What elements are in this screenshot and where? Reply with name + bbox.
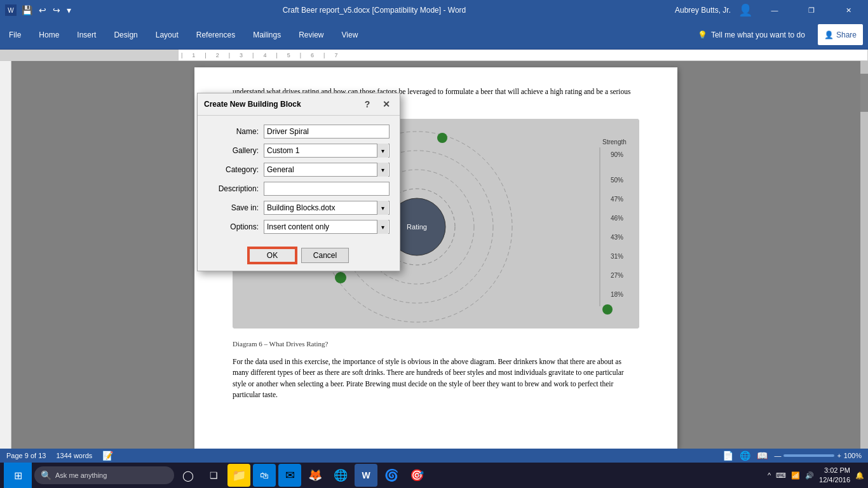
tab-references[interactable]: References — [187, 20, 244, 49]
save-in-select-wrap: Building Blocks.dotx Normal.dotm ▾ — [264, 201, 390, 215]
titlebar-right: Aubrey Butts, Jr. 👤 — ❐ ✕ — [675, 0, 863, 20]
name-row: Name: — [208, 125, 390, 139]
user-name: Aubrey Butts, Jr. — [675, 6, 731, 15]
options-select-wrap: Insert content only Insert content in it… — [264, 220, 390, 234]
dialog-titlebar: Create New Building Block ? ✕ — [198, 93, 400, 116]
page-info: Page 9 of 13 — [6, 452, 46, 459]
gallery-select[interactable]: Custom 1 Custom 2 Quick Parts AutoText — [264, 144, 390, 158]
redo-btn[interactable]: ↪ — [50, 4, 63, 17]
statusbar-right: 📄 🌐 📖 — + 100% — [722, 451, 862, 461]
gallery-select-wrap: Custom 1 Custom 2 Quick Parts AutoText ▾ — [264, 144, 390, 158]
options-label: Options: — [208, 222, 259, 231]
category-label: Category: — [208, 165, 259, 174]
quick-access-buttons: 💾 ↩ ↪ ▾ — [19, 4, 74, 17]
tab-mailings[interactable]: Mailings — [244, 20, 290, 49]
tab-layout[interactable]: Layout — [147, 20, 187, 49]
mail-icon[interactable]: ✉ — [278, 464, 301, 487]
category-select[interactable]: General Built-In — [264, 163, 390, 177]
wifi-icon[interactable]: 📶 — [791, 471, 800, 480]
gallery-label: Gallery: — [208, 146, 259, 155]
word-icon: W — [5, 4, 17, 16]
minimize-btn[interactable]: — — [760, 0, 789, 20]
taskbar: ⊞ 🔍 Ask me anything ◯ ❑ 📁 🛍 ✉ 🦊 🌐 W 🌀 🎯 … — [0, 463, 868, 488]
save-in-label: Save in: — [208, 203, 259, 212]
share-button[interactable]: 👤 Share — [818, 24, 863, 45]
search-placeholder: Ask me anything — [55, 471, 107, 479]
name-label: Name: — [208, 127, 259, 136]
options-select[interactable]: Insert content only Insert content in it… — [264, 220, 390, 234]
start-button[interactable]: ⊞ — [4, 463, 32, 488]
tab-insert[interactable]: Insert — [68, 20, 105, 49]
browser-chrome-icon[interactable]: 🌐 — [329, 464, 352, 487]
cancel-button[interactable]: Cancel — [301, 248, 349, 263]
description-label: Description: — [208, 184, 259, 193]
quick-access-toolbar: W 💾 ↩ ↪ ▾ — [5, 4, 74, 17]
title-bar: W 💾 ↩ ↪ ▾ Craft Beer report_v5.docx [Com… — [0, 0, 868, 20]
tab-design[interactable]: Design — [105, 20, 146, 49]
language-icon: 📝 — [102, 451, 113, 461]
tab-file[interactable]: File — [0, 20, 30, 49]
windows-icon: ⊞ — [14, 470, 22, 482]
tell-me-input[interactable]: 💡 Tell me what you want to do — [690, 20, 813, 49]
tab-view[interactable]: View — [333, 20, 367, 49]
zoom-control: — + 100% — [774, 452, 862, 459]
dialog-overlay: Create New Building Block ? ✕ Name: Gall… — [0, 61, 868, 449]
window-title: Craft Beer report_v5.docx [Compatibility… — [74, 6, 675, 15]
clock-date: 12/4/2016 — [819, 475, 850, 485]
name-input[interactable] — [264, 125, 390, 139]
description-row: Description: — [208, 182, 390, 196]
system-tray-chevron[interactable]: ^ — [768, 471, 771, 479]
share-icon: 👤 — [824, 30, 834, 39]
search-icon: 🔍 — [41, 470, 51, 480]
tab-review[interactable]: Review — [290, 20, 332, 49]
save-quick-btn[interactable]: 💾 — [19, 4, 35, 17]
user-avatar-icon: 👤 — [738, 3, 752, 17]
tab-home[interactable]: Home — [30, 20, 68, 49]
zoom-slider[interactable] — [783, 454, 834, 457]
close-btn[interactable]: ✕ — [834, 0, 863, 20]
dialog-title: Create New Building Block — [204, 100, 301, 109]
clock-time: 3:02 PM — [819, 466, 850, 475]
gallery-row: Gallery: Custom 1 Custom 2 Quick Parts A… — [208, 144, 390, 158]
store-icon[interactable]: 🛍 — [253, 464, 276, 487]
category-row: Category: General Built-In ▾ — [208, 163, 390, 177]
word-count: 1344 words — [56, 452, 92, 459]
save-in-row: Save in: Building Blocks.dotx Normal.dot… — [208, 201, 390, 215]
file-explorer-icon[interactable]: 📁 — [227, 464, 250, 487]
status-bar: Page 9 of 13 1344 words 📝 📄 🌐 📖 — + 100% — [0, 449, 868, 463]
dialog-body: Name: Gallery: Custom 1 Custom 2 Quick P… — [198, 116, 400, 243]
dialog-help-btn[interactable]: ? — [360, 97, 374, 111]
cortana-btn[interactable]: ◯ — [177, 464, 200, 487]
restore-btn[interactable]: ❐ — [797, 0, 826, 20]
ruler: | 1 | 2 | 3 | 4 | 5 | 6 | 7 — [0, 50, 868, 61]
undo-btn[interactable]: ↩ — [36, 4, 49, 17]
save-in-select[interactable]: Building Blocks.dotx Normal.dotm — [264, 201, 390, 215]
browser-firefox-icon[interactable]: 🦊 — [304, 464, 327, 487]
options-row: Options: Insert content only Insert cont… — [208, 220, 390, 234]
zoom-out-btn[interactable]: — — [774, 452, 781, 459]
zoom-level: 100% — [844, 452, 862, 459]
layout-read-icon[interactable]: 📖 — [757, 451, 768, 461]
word-taskbar-icon[interactable]: W — [355, 464, 377, 487]
ribbon: File Home Insert Design Layout Reference… — [0, 20, 868, 50]
volume-icon[interactable]: 🔊 — [805, 471, 814, 480]
layout-normal-icon[interactable]: 📄 — [722, 451, 733, 461]
dialog-title-buttons: ? ✕ — [360, 97, 393, 111]
layout-web-icon[interactable]: 🌐 — [740, 451, 750, 461]
system-clock[interactable]: 3:02 PM 12/4/2016 — [819, 466, 850, 485]
category-select-wrap: General Built-In ▾ — [264, 163, 390, 177]
keyboard-icon[interactable]: ⌨ — [776, 471, 786, 480]
notification-icon[interactable]: 🔔 — [855, 471, 864, 480]
zoom-in-btn[interactable]: + — [837, 452, 841, 459]
other-icon[interactable]: 🎯 — [405, 464, 428, 487]
dropdown-qa-btn[interactable]: ▾ — [64, 4, 74, 17]
lightbulb-icon: 💡 — [698, 30, 707, 39]
dialog-footer: OK Cancel — [198, 243, 400, 271]
edge-icon[interactable]: 🌀 — [380, 464, 403, 487]
taskbar-search[interactable]: 🔍 Ask me anything — [34, 466, 174, 484]
description-input[interactable] — [264, 182, 390, 196]
create-building-block-dialog: Create New Building Block ? ✕ Name: Gall… — [197, 93, 400, 271]
dialog-close-btn[interactable]: ✕ — [379, 97, 393, 111]
task-view-btn[interactable]: ❑ — [202, 464, 225, 487]
ok-button[interactable]: OK — [248, 248, 296, 263]
